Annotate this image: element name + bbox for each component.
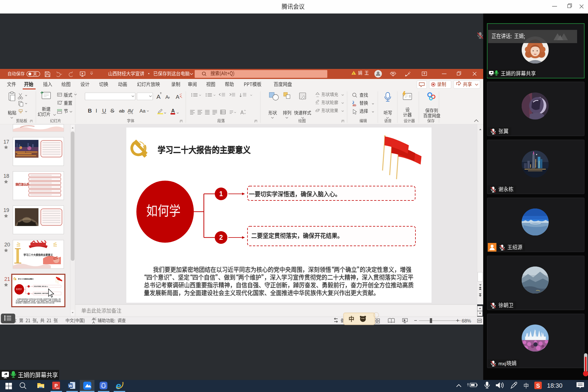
svg-text:U: U bbox=[102, 108, 106, 114]
svg-text:B: B bbox=[88, 108, 92, 114]
svg-text:17: 17 bbox=[3, 139, 9, 145]
svg-text:e: e bbox=[116, 380, 121, 391]
svg-text:Aa: Aa bbox=[140, 108, 146, 114]
svg-text:20: 20 bbox=[4, 242, 10, 248]
svg-text:I: I bbox=[96, 108, 97, 114]
svg-text:S: S bbox=[111, 108, 114, 114]
svg-text:mxj: mxj bbox=[498, 361, 506, 366]
svg-text:A: A bbox=[165, 94, 169, 100]
svg-text:18:30: 18:30 bbox=[547, 382, 562, 389]
svg-text:A: A bbox=[156, 93, 160, 100]
svg-text:ab: ab bbox=[353, 103, 356, 107]
svg-text:68%: 68% bbox=[462, 318, 471, 323]
svg-text:W: W bbox=[69, 384, 72, 388]
svg-text:A: A bbox=[171, 108, 175, 114]
svg-text:AV: AV bbox=[127, 108, 134, 114]
svg-text:A: A bbox=[176, 94, 179, 100]
svg-text:S: S bbox=[536, 383, 540, 389]
svg-text:19: 19 bbox=[3, 207, 9, 213]
svg-text:PDF: PDF bbox=[56, 387, 59, 389]
svg-text:!: ! bbox=[353, 72, 354, 75]
svg-text:18: 18 bbox=[3, 173, 9, 179]
svg-text:21: 21 bbox=[4, 276, 10, 282]
